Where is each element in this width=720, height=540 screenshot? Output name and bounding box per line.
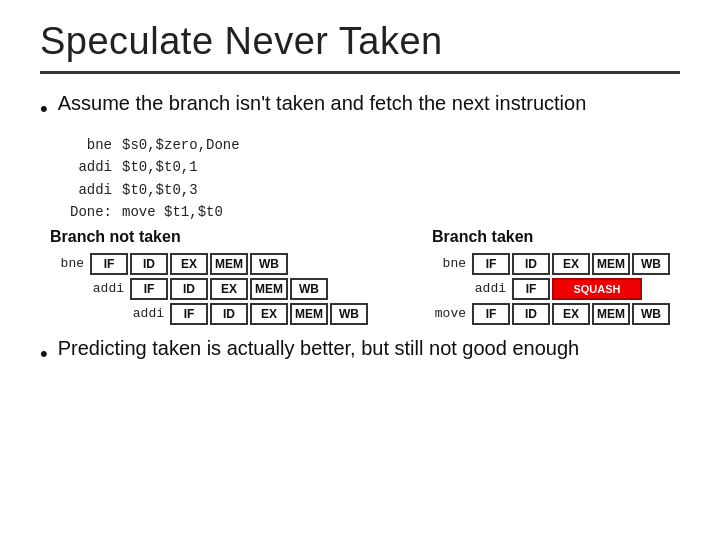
left-addi1-id: ID (170, 278, 208, 300)
right-pipeline-row-addi-squash: addi IF SQUASH (472, 278, 670, 300)
bullet-dot-1: • (40, 96, 48, 122)
left-addi2-if: IF (170, 303, 208, 325)
right-addi-squash: SQUASH (552, 278, 642, 300)
branch-not-taken-label: Branch not taken (50, 228, 368, 246)
right-bne-id: ID (512, 253, 550, 275)
code-instr-3-name: addi (78, 179, 112, 201)
left-bne-id: ID (130, 253, 168, 275)
right-instr-addi: addi (472, 281, 506, 296)
pipeline-left-col: Branch not taken bne IF ID EX MEM WB add… (50, 228, 368, 325)
left-instr-bne: bne (50, 256, 84, 271)
code-instr-2-args: $t0,$t0,1 (122, 156, 240, 178)
bullet-2: • Predicting taken is actually better, b… (40, 337, 680, 367)
right-move-if: IF (472, 303, 510, 325)
bullet-2-text: Predicting taken is actually better, but… (58, 337, 579, 360)
left-addi1-mem: MEM (250, 278, 288, 300)
title-divider (40, 71, 680, 74)
pipeline-columns: Branch not taken bne IF ID EX MEM WB add… (40, 228, 680, 325)
right-move-mem: MEM (592, 303, 630, 325)
left-instr-addi2: addi (130, 306, 164, 321)
left-instr-addi1: addi (90, 281, 124, 296)
code-instr-1-args: $s0,$zero,Done (122, 134, 240, 156)
left-pipeline-row-addi2: addi IF ID EX MEM WB (130, 303, 368, 325)
left-addi1-ex: EX (210, 278, 248, 300)
left-addi2-wb: WB (330, 303, 368, 325)
code-instr-2-name: addi (78, 156, 112, 178)
left-addi2-ex: EX (250, 303, 288, 325)
right-bne-wb: WB (632, 253, 670, 275)
right-bne-mem: MEM (592, 253, 630, 275)
pipeline-right-col: Branch taken bne IF ID EX MEM WB addi IF… (432, 228, 670, 325)
bullet-dot-2: • (40, 341, 48, 367)
left-addi1-wb: WB (290, 278, 328, 300)
left-bne-if: IF (90, 253, 128, 275)
left-bne-mem: MEM (210, 253, 248, 275)
right-pipeline-row-bne: bne IF ID EX MEM WB (432, 253, 670, 275)
left-addi1-if: IF (130, 278, 168, 300)
right-move-ex: EX (552, 303, 590, 325)
branch-taken-label: Branch taken (432, 228, 670, 246)
code-instr-3-args: $t0,$t0,3 (122, 179, 240, 201)
slide-title: Speculate Never Taken (40, 20, 680, 63)
code-instr-1-name: bne (87, 134, 112, 156)
left-pipeline-row-bne: bne IF ID EX MEM WB (50, 253, 368, 275)
code-instr-4-args: move $t1,$t0 (122, 201, 240, 223)
bullet-1-text: Assume the branch isn't taken and fetch … (58, 92, 587, 115)
right-bne-ex: EX (552, 253, 590, 275)
left-bne-ex: EX (170, 253, 208, 275)
right-instr-move: move (432, 306, 466, 321)
right-pipeline-row-move: move IF ID EX MEM WB (432, 303, 670, 325)
left-addi2-mem: MEM (290, 303, 328, 325)
left-bne-wb: WB (250, 253, 288, 275)
right-instr-bne: bne (432, 256, 466, 271)
right-addi-if: IF (512, 278, 550, 300)
code-done-label: Done: (70, 201, 112, 223)
right-move-wb: WB (632, 303, 670, 325)
left-pipeline-row-addi1: addi IF ID EX MEM WB (90, 278, 368, 300)
left-addi2-id: ID (210, 303, 248, 325)
right-bne-if: IF (472, 253, 510, 275)
bullet-1: • Assume the branch isn't taken and fetc… (40, 92, 680, 122)
right-move-id: ID (512, 303, 550, 325)
